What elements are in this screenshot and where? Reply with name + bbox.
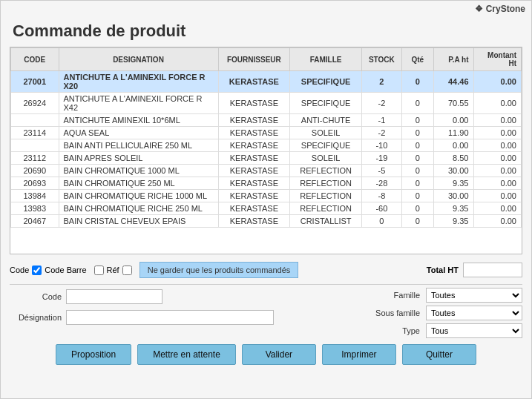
table-cell: -8 <box>362 190 402 202</box>
total-ht-input[interactable] <box>463 263 522 277</box>
col-header-code: CODE <box>11 48 59 71</box>
table-cell: ANTICHUTE A L'AMINEXIL FORCE R X42 <box>59 93 218 114</box>
table-cell: -10 <box>362 139 402 152</box>
main-window: ❖ CryStone Commande de produit CODE DESI… <box>0 0 532 399</box>
table-cell: 9.35 <box>433 177 473 190</box>
table-cell: 0.00 <box>433 114 473 127</box>
table-cell: BAIN CRISTAL CHEVEUX EPAIS <box>59 215 218 228</box>
table-cell: KERASTASE <box>218 215 290 228</box>
table-cell: 0 <box>362 215 402 228</box>
table-row[interactable]: 13983BAIN CHROMATIQUE RICHE 250 MLKERAST… <box>11 202 522 215</box>
table-row[interactable]: 23112BAIN APRES SOLEILKERASTASESOLEIL-19… <box>11 152 522 165</box>
type-label: Type <box>361 326 420 335</box>
table-cell: 0.00 <box>433 139 473 152</box>
table-cell: -19 <box>362 152 402 165</box>
app-logo: ❖ CryStone <box>475 4 525 14</box>
table-cell: 0.00 <box>473 139 522 152</box>
table-cell: 0.00 <box>473 152 522 165</box>
table-row[interactable]: ANTICHUTE AMINEXIL 10*6MLKERASTASEANTI-C… <box>11 114 522 127</box>
code-checkbox-label: Code <box>10 266 29 274</box>
table-cell: SPECIFIQUE <box>290 71 362 93</box>
table-cell: 2 <box>362 71 402 93</box>
famille-row: Famille Toutes <box>361 288 522 303</box>
table-cell: 9.35 <box>433 202 473 215</box>
table-cell: ANTI-CHUTE <box>290 114 362 127</box>
table-cell: 20467 <box>11 215 59 228</box>
table-cell: BAIN CHROMATIQUE RICHE 1000 ML <box>59 190 218 202</box>
table-cell: 0 <box>401 152 433 165</box>
table-cell: 0.00 <box>473 127 522 139</box>
col-header-designation: DESIGNATION <box>59 48 218 71</box>
code-checkbox-group: Code Code Barre <box>10 266 87 275</box>
code-checkbox[interactable] <box>32 266 42 275</box>
table-cell: 70.55 <box>433 93 473 114</box>
table-cell: KERASTASE <box>218 190 290 202</box>
table-cell: 0 <box>401 202 433 215</box>
table-cell: 27001 <box>11 71 59 93</box>
proposition-button[interactable]: Proposition <box>56 344 131 365</box>
table-row[interactable]: BAIN ANTI PELLICULAIRE 250 MLKERASTASESP… <box>11 139 522 152</box>
table-cell: 23114 <box>11 127 59 139</box>
table-cell: 0 <box>401 93 433 114</box>
table-cell: REFLECTION <box>290 177 362 190</box>
table-cell: 11.90 <box>433 127 473 139</box>
table-cell: KERASTASE <box>218 152 290 165</box>
filter-row: Code Code Barre Réf Ne garder que les pr… <box>10 259 298 281</box>
table-cell: 0 <box>401 139 433 152</box>
valider-button[interactable]: Valider <box>242 344 316 365</box>
sous-famille-select[interactable]: Toutes <box>426 306 522 320</box>
table-row[interactable]: 23114AQUA SEALKERASTASESOLEIL-2011.900.0… <box>11 127 522 139</box>
table-cell: KERASTASE <box>218 177 290 190</box>
code-form-row: Code <box>10 288 274 306</box>
table-cell: REFLECTION <box>290 190 362 202</box>
code-input[interactable] <box>66 289 162 304</box>
table-row[interactable]: 20693BAIN CHROMATIQUE 250 MLKERASTASEREF… <box>11 177 522 190</box>
table-cell <box>11 139 59 152</box>
table-row[interactable]: 27001ANTICHUTE A L'AMINEXIL FORCE R X20K… <box>11 71 522 93</box>
table-cell: 0.00 <box>473 71 522 93</box>
col-header-fournisseur: FOURNISSEUR <box>218 48 290 71</box>
famille-select[interactable]: Toutes <box>426 288 522 303</box>
famille-filter-label: Famille <box>361 291 420 300</box>
total-ht-label: Total HT <box>427 266 459 274</box>
col-header-paht: P.A ht <box>433 48 473 71</box>
table-cell: KERASTASE <box>218 202 290 215</box>
table-cell: CRISTALLIST <box>290 215 362 228</box>
type-row: Type Tous <box>361 323 522 338</box>
mettre-en-attente-button[interactable]: Mettre en attente <box>137 344 236 365</box>
filter-button[interactable]: Ne garder que les produits commandés <box>139 262 299 278</box>
table-row[interactable]: 13984BAIN CHROMATIQUE RICHE 1000 MLKERAS… <box>11 190 522 202</box>
table-cell: KERASTASE <box>218 114 290 127</box>
table-row[interactable]: 20467BAIN CRISTAL CHEVEUX EPAISKERASTASE… <box>11 215 522 228</box>
table-cell: BAIN ANTI PELLICULAIRE 250 ML <box>59 139 218 152</box>
form-section: Code Désignation Famille Toutes Sous fam… <box>10 288 522 338</box>
table-cell: BAIN CHROMATIQUE RICHE 250 ML <box>59 202 218 215</box>
ref-checkbox[interactable] <box>94 266 104 275</box>
code-label: Code <box>10 292 62 301</box>
table-cell: -60 <box>362 202 402 215</box>
product-table-container[interactable]: CODE DESIGNATION FOURNISSEUR FAMILLE STO… <box>10 47 522 254</box>
table-cell: 0.00 <box>473 202 522 215</box>
table-cell: 0 <box>401 190 433 202</box>
table-cell: KERASTASE <box>218 93 290 114</box>
ref-checkbox2[interactable] <box>122 266 132 275</box>
type-select[interactable]: Tous <box>426 323 522 338</box>
imprimer-button[interactable]: Imprimer <box>322 344 396 365</box>
table-cell: REFLECTION <box>290 165 362 177</box>
table-cell: 0.00 <box>473 215 522 228</box>
table-cell: 23112 <box>11 152 59 165</box>
table-row[interactable]: 20690BAIN CHROMATIQUE 1000 MLKERASTASERE… <box>11 165 522 177</box>
table-cell: BAIN CHROMATIQUE 250 ML <box>59 177 218 190</box>
table-cell: 0.00 <box>473 114 522 127</box>
page-title: Commande de produit <box>1 17 531 47</box>
left-form: Code Désignation <box>10 288 274 338</box>
designation-input[interactable] <box>66 310 274 325</box>
table-header-row: CODE DESIGNATION FOURNISSEUR FAMILLE STO… <box>11 48 522 71</box>
product-table: CODE DESIGNATION FOURNISSEUR FAMILLE STO… <box>10 47 522 228</box>
quitter-button[interactable]: Quitter <box>402 344 476 365</box>
sous-famille-label: Sous famille <box>361 309 420 317</box>
table-cell: 30.00 <box>433 190 473 202</box>
ref-label: Réf <box>107 266 119 274</box>
table-cell: 13983 <box>11 202 59 215</box>
table-row[interactable]: 26924ANTICHUTE A L'AMINEXIL FORCE R X42K… <box>11 93 522 114</box>
